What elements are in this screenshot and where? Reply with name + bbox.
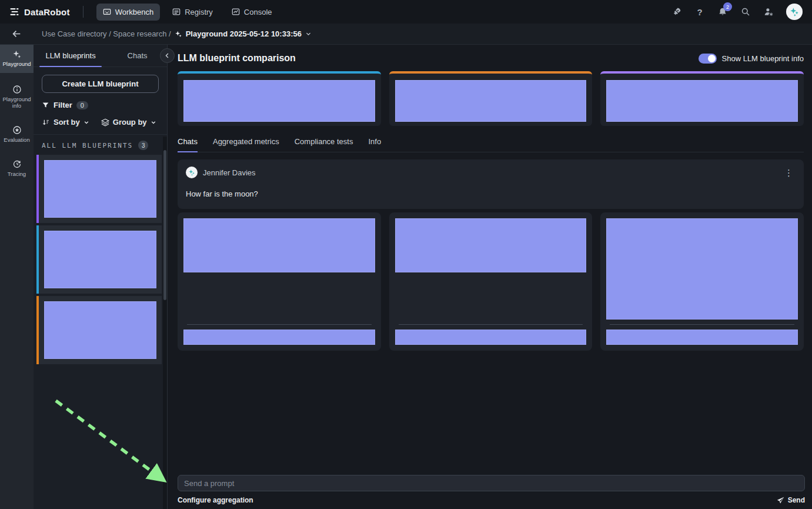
playground-sparkles-icon bbox=[12, 49, 22, 59]
response-placeholder bbox=[395, 218, 587, 272]
blueprint-info-placeholder bbox=[183, 80, 375, 122]
search-icon[interactable] bbox=[740, 6, 751, 17]
blueprint-list bbox=[36, 155, 162, 364]
blueprints-section-header: ALL LLM BLUEPRINTS 3 bbox=[42, 141, 159, 150]
blueprints-sidebar: LLM blueprints Chats Create LLM blueprin… bbox=[34, 45, 168, 509]
sidebar-collapse-button[interactable] bbox=[160, 48, 175, 63]
main-panel: LLM blueprint comparison Show LLM bluepr… bbox=[168, 45, 812, 509]
group-by-button[interactable]: Group by bbox=[101, 118, 156, 127]
response-card[interactable] bbox=[600, 212, 804, 351]
rail-item-tracing[interactable]: Tracing bbox=[0, 155, 34, 183]
breadcrumb-bar: Use Case directory / Space research / Pl… bbox=[0, 24, 812, 45]
nav-item-label: Workbench bbox=[115, 8, 154, 16]
back-button[interactable] bbox=[0, 29, 34, 39]
playground-sparkle-icon bbox=[175, 30, 182, 38]
sort-by-button[interactable]: Sort by bbox=[42, 118, 89, 127]
chat-user-name: Jennifer Davies bbox=[203, 168, 256, 177]
chevron-down-icon bbox=[83, 119, 89, 125]
layers-icon bbox=[101, 118, 109, 127]
page-title: LLM blueprint comparison bbox=[178, 53, 296, 64]
response-placeholder bbox=[183, 218, 375, 272]
tab-info[interactable]: Info bbox=[368, 137, 381, 152]
sidebar-scrollbar-thumb[interactable] bbox=[163, 150, 166, 300]
response-footer-placeholder bbox=[395, 330, 587, 345]
breadcrumb-current[interactable]: Playground 2025-05-12 10:33:56 bbox=[175, 29, 312, 38]
configure-aggregation-link[interactable]: Configure aggregation bbox=[178, 496, 253, 504]
notification-badge: 2 bbox=[723, 2, 732, 11]
group-by-label: Group by bbox=[113, 118, 147, 127]
rail-item-playground[interactable]: Playground bbox=[0, 45, 34, 73]
nav-item-label: Registry bbox=[185, 8, 213, 16]
comparison-card[interactable] bbox=[600, 71, 804, 126]
send-prompt-input[interactable] bbox=[178, 475, 805, 491]
tab-chats[interactable]: Chats bbox=[178, 137, 198, 152]
chat-options-kebab-icon[interactable]: ⋮ bbox=[782, 168, 796, 177]
comparison-card-row bbox=[178, 71, 804, 126]
chat-user-avatar bbox=[186, 167, 198, 178]
comparison-card[interactable] bbox=[178, 71, 381, 126]
main-tabs: Chats Aggregated metrics Compliance test… bbox=[178, 137, 804, 152]
tab-compliance-tests[interactable]: Compliance tests bbox=[295, 137, 353, 152]
tracing-history-icon bbox=[12, 159, 22, 169]
user-settings-icon[interactable] bbox=[763, 6, 774, 17]
create-llm-blueprint-button[interactable]: Create LLM blueprint bbox=[42, 75, 159, 93]
nav-item-registry[interactable]: Registry bbox=[166, 4, 219, 21]
evaluation-star-icon bbox=[12, 125, 22, 135]
section-label: ALL LLM BLUEPRINTS bbox=[42, 142, 133, 149]
blueprint-thumbnail-placeholder bbox=[44, 301, 156, 359]
response-placeholder bbox=[606, 218, 798, 320]
filter-count-badge: 0 bbox=[76, 101, 88, 109]
rail-item-evaluation[interactable]: Evaluation bbox=[0, 121, 34, 149]
response-card[interactable] bbox=[389, 212, 593, 351]
comparison-card[interactable] bbox=[389, 71, 593, 126]
launch-rocket-icon[interactable] bbox=[671, 6, 682, 17]
left-rail: Playground Playground info Evaluation bbox=[0, 45, 34, 509]
sidebar-tabs: LLM blueprints Chats bbox=[34, 45, 167, 67]
response-card-row bbox=[178, 212, 804, 351]
rail-item-label: Playground info bbox=[3, 97, 31, 109]
blueprint-card[interactable] bbox=[36, 155, 162, 223]
tab-llm-blueprints[interactable]: LLM blueprints bbox=[34, 45, 108, 66]
response-footer-placeholder bbox=[606, 330, 798, 345]
filter-button[interactable]: Filter 0 bbox=[42, 101, 159, 109]
tab-aggregated-metrics[interactable]: Aggregated metrics bbox=[213, 137, 279, 152]
rail-item-label: Evaluation bbox=[4, 137, 29, 144]
rail-item-playground-info[interactable]: Playground info bbox=[0, 80, 34, 115]
datarobot-logo-icon bbox=[9, 7, 19, 16]
blueprint-card[interactable] bbox=[36, 225, 162, 294]
chevron-down-icon bbox=[305, 31, 312, 37]
show-blueprint-info-toggle[interactable] bbox=[699, 54, 717, 64]
rail-item-label: Tracing bbox=[8, 171, 26, 178]
breadcrumb-path[interactable]: Use Case directory / Space research / bbox=[42, 29, 171, 38]
paper-plane-icon bbox=[777, 497, 784, 504]
brand-name: DataRobot bbox=[24, 7, 70, 17]
response-divider bbox=[399, 324, 583, 325]
chevron-down-icon bbox=[151, 119, 156, 125]
toggle-label: Show LLM blueprint info bbox=[722, 54, 804, 63]
tab-chats-sidebar[interactable]: Chats bbox=[108, 45, 167, 66]
filter-funnel-icon bbox=[42, 101, 49, 109]
notifications-bell-icon[interactable]: 2 bbox=[717, 6, 728, 17]
send-button-label: Send bbox=[788, 496, 805, 504]
datarobot-logo[interactable]: DataRobot bbox=[9, 7, 70, 17]
toggle-knob bbox=[708, 55, 716, 62]
top-nav: DataRobot Workbench Registry bbox=[0, 0, 812, 24]
user-avatar[interactable] bbox=[786, 4, 803, 20]
send-button[interactable]: Send bbox=[777, 496, 805, 504]
filter-label: Filter bbox=[54, 101, 72, 109]
response-card[interactable] bbox=[178, 212, 381, 351]
nav-item-console[interactable]: Console bbox=[225, 4, 279, 21]
help-icon[interactable]: ? bbox=[694, 6, 705, 17]
nav-item-workbench[interactable]: Workbench bbox=[96, 4, 161, 21]
blueprint-thumbnail-placeholder bbox=[44, 160, 156, 218]
blueprint-card[interactable] bbox=[36, 296, 162, 364]
workbench-icon bbox=[103, 8, 111, 16]
blueprint-count-badge: 3 bbox=[138, 141, 148, 150]
nav-item-label: Console bbox=[244, 8, 272, 16]
blueprint-info-placeholder bbox=[395, 80, 587, 122]
breadcrumb: Use Case directory / Space research / Pl… bbox=[42, 29, 312, 38]
show-blueprint-info-toggle-group[interactable]: Show LLM blueprint info bbox=[699, 54, 804, 64]
chat-prompt-card: Jennifer Davies ⋮ How far is the moon? bbox=[178, 159, 804, 209]
response-footer-placeholder bbox=[183, 330, 375, 345]
sidebar-scrollbar-track bbox=[163, 137, 167, 509]
